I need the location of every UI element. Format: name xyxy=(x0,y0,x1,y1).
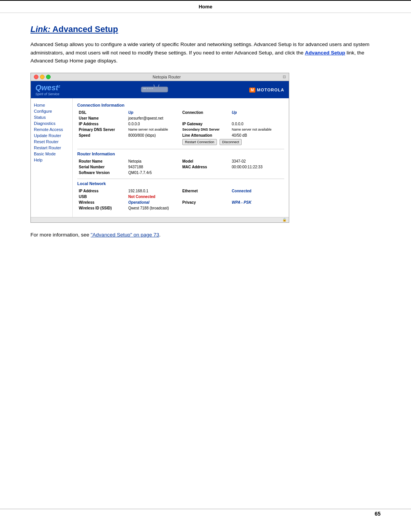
table-row: Restart Connection Disconnect xyxy=(77,138,284,146)
advanced-setup-link[interactable]: Advanced Setup xyxy=(305,50,345,56)
window-title: Netopia Router xyxy=(153,75,181,79)
table-row: Wireless Operational Privacy WPA - PSK xyxy=(77,200,284,205)
model-value: 3347-02 xyxy=(230,158,284,164)
svg-line-5 xyxy=(154,85,155,87)
connection-info-table: DSL Up Connection Up User Name joesurfer… xyxy=(77,110,284,146)
sidebar-item-configure[interactable]: Configure xyxy=(34,108,69,114)
privacy-label: Privacy xyxy=(181,200,230,205)
wireless-label: Wireless xyxy=(77,200,127,205)
sidebar-item-restart-router[interactable]: Restart Router xyxy=(34,145,69,151)
secondary-dns-value: Name server not available xyxy=(230,127,284,133)
secondary-dns-label: Secondary DNS Server xyxy=(181,127,230,133)
page-title: Link: Advanced Setup xyxy=(30,24,381,34)
router-logo-area: Qwest2 Spirit of Service xyxy=(35,83,60,96)
sidebar-item-diagnostics[interactable]: Diagnostics xyxy=(34,120,69,126)
router-main-area: Connection Information DSL Up Connection… xyxy=(73,98,289,217)
table-row: USB Not Connected xyxy=(77,194,284,200)
footer-end: . xyxy=(159,232,161,238)
table-row: IP Address 0.0.0.0 IP Gateway 0.0.0.0 xyxy=(77,121,284,127)
ssid-value: Qwest 7188 (broadcast) xyxy=(127,205,181,211)
spirit-text: Spirit of Service xyxy=(35,92,60,96)
title-rest: Advanced Setup xyxy=(51,24,118,34)
router-image-area xyxy=(139,84,170,95)
sidebar-item-help[interactable]: Help xyxy=(34,157,69,163)
local-ip-label: IP Address xyxy=(77,188,127,194)
line-atten-label: Line Attenuation xyxy=(181,133,230,138)
router-info-header: Router Information xyxy=(77,152,284,156)
ethernet-value: Connected xyxy=(230,188,284,194)
table-row: Router Name Netopia Model 3347-02 xyxy=(77,158,284,164)
dsl-label: DSL xyxy=(77,110,127,115)
usb-value: Not Connected xyxy=(127,194,181,200)
window-chrome: Netopia Router ⊡ xyxy=(31,73,289,81)
main-content: Link: Advanced Setup Advanced Setup allo… xyxy=(0,13,411,260)
router-sidebar: Home Configure Status Diagnostics Remote… xyxy=(31,98,73,217)
table-row: DSL Up Connection Up xyxy=(77,110,284,115)
svg-rect-3 xyxy=(149,88,151,89)
sidebar-item-reset-router[interactable]: Reset Router xyxy=(34,139,69,145)
scroll-icon: 🔒 xyxy=(282,218,287,222)
speed-label: Speed xyxy=(77,133,127,138)
local-ip-value: 192.168.0.1 xyxy=(127,188,181,194)
page-number: 65 xyxy=(374,511,381,517)
router-scrollbar: 🔒 xyxy=(31,217,289,222)
table-row: Serial Number 9437188 MAC Address 00:00:… xyxy=(77,164,284,170)
mac-value: 00:00:00:11:22:33 xyxy=(230,164,284,170)
router-screenshot: Netopia Router ⊡ Qwest2 Spirit of Servic… xyxy=(30,73,289,223)
svg-rect-1 xyxy=(143,88,146,89)
sidebar-item-basic-mode[interactable]: Basic Mode xyxy=(34,151,69,157)
bottom-line xyxy=(0,509,411,509)
motorola-text: MOTOROLA xyxy=(257,88,284,92)
username-label: User Name xyxy=(77,115,127,121)
username-value: joesurfer@qwest.net xyxy=(127,115,284,121)
disconnect-button[interactable]: Disconnect xyxy=(220,139,242,145)
sidebar-item-status[interactable]: Status xyxy=(34,114,69,120)
sidebar-item-remote-access[interactable]: Remote Access xyxy=(34,126,69,133)
window-resize-icon: ⊡ xyxy=(283,75,286,79)
svg-rect-0 xyxy=(141,87,168,92)
table-row: Primary DNS Server Name server not avail… xyxy=(77,127,284,133)
router-device-svg xyxy=(139,84,170,95)
serial-value: 9437188 xyxy=(127,164,181,170)
svg-rect-4 xyxy=(151,88,153,89)
ip-label: IP Address xyxy=(77,121,127,127)
restart-connection-button[interactable]: Restart Connection xyxy=(182,139,217,145)
privacy-value: WPA - PSK xyxy=(230,200,284,205)
footer-link[interactable]: "Advanced Setup" on page 73 xyxy=(91,232,159,238)
sidebar-item-update-router[interactable]: Update Router xyxy=(34,133,69,139)
footer-note: For more information, see "Advanced Setu… xyxy=(30,232,381,238)
router-header: Qwest2 Spirit of Service xyxy=(31,81,289,98)
qwest-logo: Qwest2 xyxy=(35,83,60,92)
window-controls xyxy=(34,75,51,79)
section-divider-2 xyxy=(77,179,284,179)
top-nav: Home xyxy=(0,0,411,13)
sw-label: Software Version xyxy=(77,170,127,176)
minimize-button[interactable] xyxy=(40,75,45,79)
model-label: Model xyxy=(181,158,230,164)
connection-value: Up xyxy=(230,110,284,115)
wireless-value: Operational xyxy=(127,200,181,205)
maximize-button[interactable] xyxy=(46,75,51,79)
sw-value: QM01-7.7.4r5 xyxy=(127,170,181,176)
router-name-label: Router Name xyxy=(77,158,127,164)
router-body: Qwest2 Spirit of Service xyxy=(31,81,289,222)
dsl-value: Up xyxy=(127,110,181,115)
description-text: Advanced Setup allows you to configure a… xyxy=(30,40,381,65)
ethernet-label: Ethernet xyxy=(181,188,230,194)
router-name-value: Netopia xyxy=(127,158,181,164)
sidebar-item-home[interactable]: Home xyxy=(34,102,69,108)
primary-dns-value: Name server not available xyxy=(127,127,181,133)
table-row: User Name joesurfer@qwest.net xyxy=(77,115,284,121)
primary-dns-label: Primary DNS Server xyxy=(77,127,127,133)
close-button[interactable] xyxy=(34,75,38,79)
footer-text: For more information, see xyxy=(30,232,91,238)
mac-label: MAC Address xyxy=(181,164,230,170)
serial-label: Serial Number xyxy=(77,164,127,170)
table-row: IP Address 192.168.0.1 Ethernet Connecte… xyxy=(77,188,284,194)
home-nav-label[interactable]: Home xyxy=(199,4,212,10)
svg-rect-2 xyxy=(147,88,148,89)
ip-value: 0.0.0.0 xyxy=(127,121,181,127)
speed-value: 8000/800 (kbps) xyxy=(127,133,181,138)
ip-gateway-label: IP Gateway xyxy=(181,121,230,127)
local-network-header: Local Network xyxy=(77,181,284,186)
